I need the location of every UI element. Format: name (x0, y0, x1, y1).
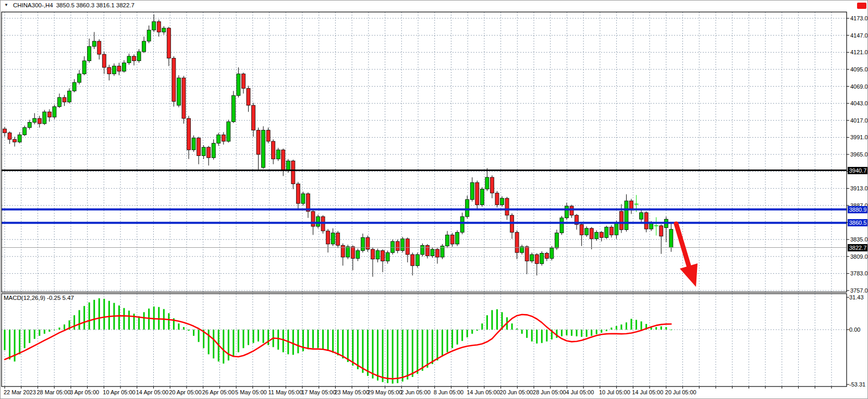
time-axis-label: 29 May 05:00 (368, 389, 402, 396)
time-axis-label: 2 Jun 05:00 (400, 389, 431, 396)
record-marker (857, 3, 866, 9)
macd-axis-label: -53.31 (849, 381, 865, 388)
time-axis-label: 8 Jun 05:00 (434, 389, 464, 396)
time-axis-label: 5 May 05:00 (235, 389, 267, 396)
time-axis-label: 28 Jun 05:00 (533, 389, 566, 396)
resistance-badge: 3940.7 (848, 167, 868, 174)
time-axis-label: 17 May 05:00 (301, 389, 336, 396)
symbol-period-label: CHINA300-,H4 (13, 2, 53, 8)
grid-layer (2, 12, 847, 386)
price-axis-label: 4147.0 (850, 32, 868, 39)
last-price-badge: 3822.7 (848, 244, 868, 251)
time-axis-label: 28 Mar 05:00 (36, 389, 70, 396)
time-axis-label: 23 May 05:00 (334, 389, 369, 396)
macd-axis-label: 31.43 (849, 294, 864, 301)
macd-indicator-label: MACD(12,26,9) -0.25 5.47 (4, 295, 74, 301)
mt4-chart-window: ▼ CHINA300-,H43850.5 3860.3 3816.1 3822.… (0, 0, 868, 399)
price-axis-label: 4095.0 (850, 66, 868, 73)
time-axis-label: 4 Jul 05:00 (566, 389, 594, 396)
time-axis-label: 14 Jun 05:00 (467, 389, 500, 396)
ohlc-values: 3850.5 3860.3 3816.1 3822.7 (56, 2, 135, 8)
time-axis-label: 14 Apr 05:00 (136, 389, 168, 396)
time-axis-label: 11 May 05:00 (268, 389, 303, 396)
price-axis-label: 4121.0 (850, 49, 868, 56)
price-axis-label: 4069.0 (850, 83, 868, 90)
price-axis-label: 4173.0 (850, 15, 868, 22)
time-axis-label: 3 Apr 05:00 (70, 389, 99, 396)
price-axis-label: 3835.0 (850, 236, 868, 243)
price-axis-label: 3809.0 (850, 253, 868, 260)
chart-dropdown-icon[interactable]: ▼ (4, 3, 8, 7)
time-axis-label: 22 Mar 2023 (4, 389, 36, 396)
time-axis-label: 20 Apr 05:00 (169, 389, 201, 396)
price-axis-label: 3991.0 (850, 134, 868, 141)
chart-title: CHINA300-,H43850.5 3860.3 3816.1 3822.7 (13, 2, 138, 8)
level-badge: 3860.5 (848, 219, 868, 226)
time-axis-label: 20 Jun 05:00 (500, 389, 533, 396)
price-axis-label: 3783.0 (850, 270, 868, 277)
panel-borders (2, 12, 849, 389)
candles-layer (3, 15, 673, 277)
price-axis-label: 3965.0 (850, 151, 868, 158)
chart-canvas[interactable] (1, 1, 868, 399)
time-axis-label: 10 Jul 05:00 (599, 389, 630, 396)
time-axis-label: 10 Apr 05:00 (103, 389, 135, 396)
price-axis-label: 3757.0 (850, 287, 868, 294)
price-axis-label: 4017.0 (850, 117, 868, 124)
price-axis-label: 4043.0 (850, 100, 868, 107)
sell-arrow-annotation[interactable] (676, 224, 698, 287)
time-axis-label: 26 Apr 05:00 (202, 389, 235, 396)
time-axis-label: 14 Jul 05:00 (632, 389, 663, 396)
chart-title-bar: ▼ CHINA300-,H43850.5 3860.3 3816.1 3822.… (1, 1, 845, 11)
price-axis-label: 3913.0 (850, 185, 868, 192)
macd-axis-label: 0.00 (849, 326, 860, 333)
time-axis-label: 20 Jul 05:00 (665, 389, 696, 396)
level-badge: 3880.9 (848, 206, 868, 213)
